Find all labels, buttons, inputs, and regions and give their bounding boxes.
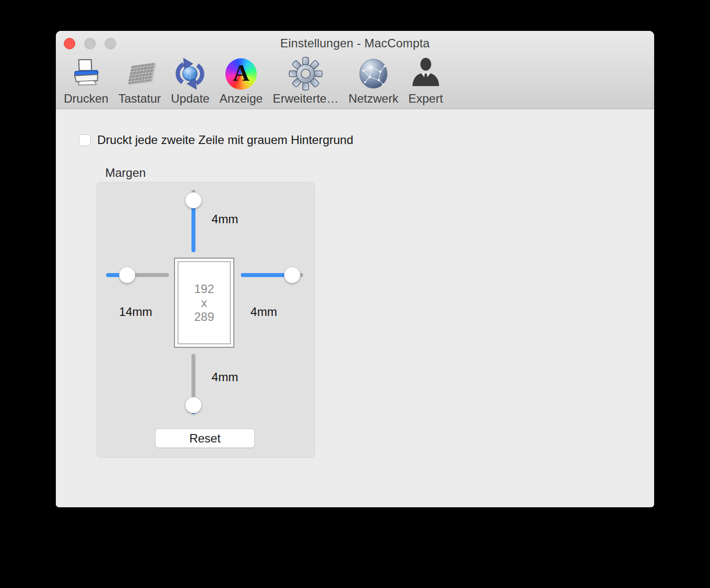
toolbar-item-erweiterte[interactable]: Erweiterte…: [273, 56, 339, 106]
person-icon: [409, 56, 442, 91]
titlebar[interactable]: Einstellungen - MacCompta: [56, 31, 654, 56]
page-size-readout: 192 x 289: [178, 261, 231, 344]
toolbar-item-label: Tastatur: [118, 92, 161, 106]
top-margin-value: 4mm: [204, 212, 246, 226]
gray-rows-checkbox[interactable]: [79, 134, 91, 146]
page-preview: 192 x 289: [174, 258, 234, 348]
margins-group-label: Margen: [105, 166, 146, 180]
toolbar-item-tastatur[interactable]: Tastatur: [118, 56, 161, 106]
top-margin-slider-thumb[interactable]: [185, 192, 201, 208]
reset-button[interactable]: Reset: [155, 429, 255, 448]
right-margin-value: 4mm: [243, 305, 285, 319]
preferences-toolbar: Drucken: [56, 56, 654, 109]
toolbar-item-update[interactable]: Update: [171, 56, 209, 106]
toolbar-item-label: Anzeige: [219, 92, 263, 106]
toolbar-item-label: Netzwerk: [349, 92, 398, 106]
toolbar-item-label: Expert: [408, 92, 443, 106]
toolbar-item-expert[interactable]: Expert: [408, 56, 443, 106]
toolbar-item-label: Drucken: [64, 92, 108, 106]
bottom-margin-value: 4mm: [204, 370, 246, 384]
right-margin-slider-thumb[interactable]: [284, 267, 300, 283]
printer-icon: [68, 56, 104, 91]
toolbar-item-label: Erweiterte…: [273, 92, 339, 106]
close-button[interactable]: [64, 38, 75, 49]
sync-globe-icon: [173, 56, 207, 91]
zoom-button: [105, 38, 116, 49]
page-width-value: 192: [194, 282, 214, 296]
toolbar-item-label: Update: [171, 92, 209, 106]
traffic-lights: [64, 38, 116, 49]
left-margin-value: 14mm: [115, 305, 157, 319]
margins-group-box: 4mm 14mm 4mm 192 x 289: [96, 182, 315, 458]
toolbar-item-netzwerk[interactable]: Netzwerk: [349, 56, 398, 106]
toolbar-item-anzeige[interactable]: A Anzeige: [219, 56, 263, 106]
letter-a-glyph: A: [233, 62, 249, 85]
minimize-button: [84, 38, 96, 49]
window-header: Einstellungen - MacCompta Drucken: [56, 31, 654, 109]
color-letter-a-icon: A: [225, 56, 257, 91]
network-globe-icon: [356, 56, 390, 91]
window-title: Einstellungen - MacCompta: [280, 36, 430, 50]
gray-rows-checkbox-label: Druckt jede zweite Zeile mit grauem Hint…: [97, 133, 354, 147]
gear-icon: [289, 56, 323, 91]
preferences-window: Einstellungen - MacCompta Drucken: [56, 31, 654, 507]
page-size-separator: x: [201, 296, 207, 310]
bottom-margin-slider-thumb[interactable]: [185, 397, 201, 413]
page-height-value: 289: [194, 310, 214, 324]
gray-rows-checkbox-row: Druckt jede zweite Zeile mit grauem Hint…: [79, 133, 354, 147]
toolbar-item-drucken[interactable]: Drucken: [64, 56, 108, 106]
left-margin-slider-thumb[interactable]: [119, 267, 135, 283]
settings-panel: Druckt jede zweite Zeile mit grauem Hint…: [56, 109, 654, 507]
keyboard-icon: [122, 56, 157, 91]
